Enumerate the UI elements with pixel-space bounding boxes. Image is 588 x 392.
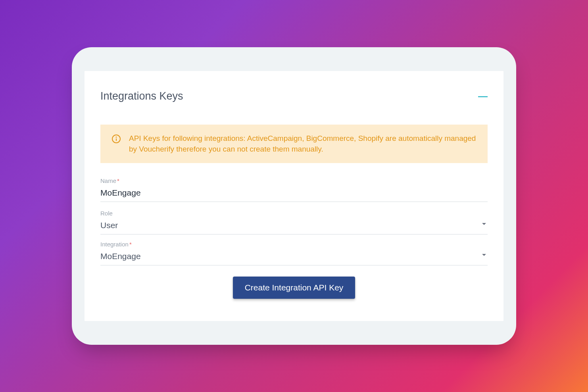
- name-label-text: Name: [100, 177, 116, 184]
- name-input[interactable]: [100, 186, 488, 202]
- create-integration-api-key-button[interactable]: Create Integration API Key: [233, 277, 355, 299]
- dialog-container: Integrations Keys — API Keys for followi…: [72, 47, 516, 345]
- role-field-group: Role User: [100, 210, 488, 234]
- actions-row: Create Integration API Key: [100, 277, 488, 299]
- form-panel: Integrations Keys — API Keys for followi…: [85, 71, 503, 321]
- role-select[interactable]: User: [100, 219, 488, 234]
- name-label: Name*: [100, 177, 488, 184]
- integration-label-text: Integration: [100, 241, 129, 248]
- info-icon: [111, 134, 121, 145]
- page-title: Integrations Keys: [100, 90, 183, 102]
- info-banner: API Keys for following integrations: Act…: [100, 125, 488, 163]
- info-banner-text: API Keys for following integrations: Act…: [129, 133, 477, 154]
- integration-label: Integration*: [100, 241, 488, 248]
- chevron-down-icon: [482, 254, 486, 256]
- name-field-group: Name*: [100, 177, 488, 202]
- required-mark: *: [129, 241, 132, 248]
- integration-select[interactable]: MoEngage: [100, 250, 488, 265]
- role-select-value: User: [100, 221, 118, 230]
- svg-point-2: [116, 137, 117, 137]
- integration-field-group: Integration* MoEngage: [100, 241, 488, 265]
- collapse-icon[interactable]: —: [478, 91, 488, 101]
- chevron-down-icon: [482, 223, 486, 225]
- panel-header: Integrations Keys —: [100, 90, 488, 102]
- required-mark: *: [117, 177, 119, 184]
- role-label: Role: [100, 210, 488, 217]
- integration-select-value: MoEngage: [100, 252, 141, 261]
